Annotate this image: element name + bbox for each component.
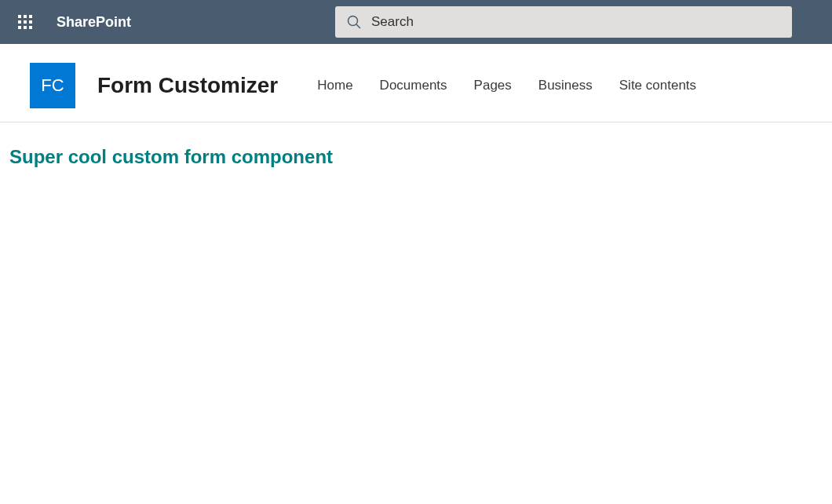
svg-rect-8 [29, 26, 32, 29]
search-container[interactable] [335, 6, 792, 38]
svg-point-9 [348, 16, 358, 26]
site-nav: Home Documents Pages Business Site conte… [317, 78, 696, 93]
site-title[interactable]: Form Customizer [97, 73, 278, 98]
site-logo[interactable]: FC [30, 63, 75, 108]
nav-item-documents[interactable]: Documents [380, 78, 447, 93]
search-icon [346, 14, 362, 30]
app-name[interactable]: SharePoint [57, 14, 131, 31]
suite-bar: SharePoint [0, 0, 832, 49]
nav-item-pages[interactable]: Pages [474, 78, 512, 93]
site-header: FC Form Customizer Home Documents Pages … [0, 49, 832, 122]
search-input[interactable] [371, 14, 781, 30]
svg-rect-6 [18, 26, 21, 29]
nav-item-home[interactable]: Home [317, 78, 352, 93]
svg-rect-3 [18, 20, 21, 24]
nav-item-business[interactable]: Business [538, 78, 593, 93]
svg-rect-5 [29, 20, 32, 24]
svg-rect-1 [24, 15, 27, 18]
form-component-heading: Super cool custom form component [9, 146, 823, 168]
main-content: Super cool custom form component [0, 122, 832, 192]
svg-rect-2 [29, 15, 32, 18]
waffle-icon [18, 15, 32, 29]
svg-rect-4 [24, 20, 27, 24]
svg-line-10 [356, 24, 360, 28]
search-box[interactable] [335, 6, 792, 38]
nav-item-site-contents[interactable]: Site contents [619, 78, 696, 93]
svg-rect-7 [24, 26, 27, 29]
app-launcher-button[interactable] [9, 6, 41, 38]
svg-rect-0 [18, 15, 21, 18]
